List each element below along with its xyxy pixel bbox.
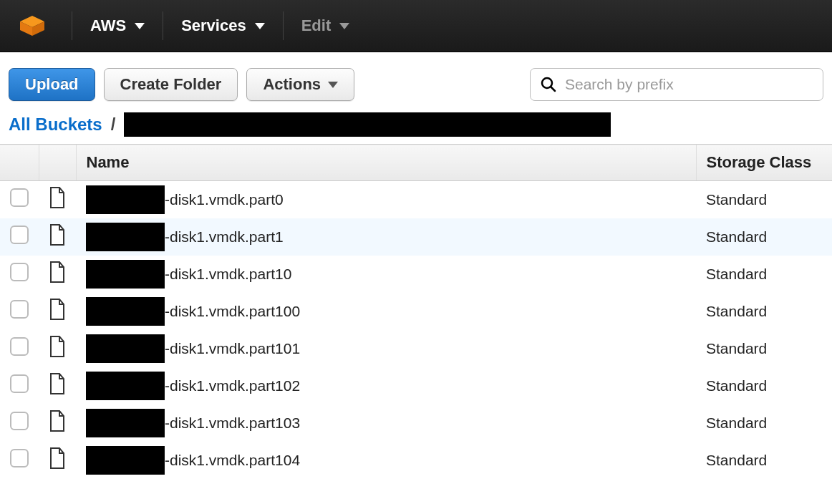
chevron-down-icon — [255, 23, 265, 29]
filename-suffix: -disk1.vmdk.part102 — [165, 377, 300, 394]
filename-suffix: -disk1.vmdk.part104 — [165, 452, 300, 469]
filename-prefix-redacted — [86, 223, 165, 251]
storage-class-cell: Standard — [696, 367, 832, 404]
actions-button[interactable]: Actions — [246, 68, 354, 101]
svg-line-4 — [551, 87, 555, 91]
nav-services-label: Services — [181, 16, 246, 35]
create-folder-button-label: Create Folder — [120, 75, 222, 94]
file-icon — [49, 187, 66, 212]
actions-button-label: Actions — [263, 75, 321, 94]
filename-prefix-redacted — [86, 260, 165, 289]
file-icon — [49, 261, 66, 286]
filename-prefix-redacted — [86, 372, 165, 400]
filename-prefix-redacted — [86, 409, 165, 437]
table-row[interactable]: -disk1.vmdk.part10 Standard — [0, 256, 832, 293]
col-header-storage-class[interactable]: Storage Class — [696, 145, 832, 181]
toolbar: Upload Create Folder Actions — [0, 52, 832, 112]
storage-class-cell: Standard — [696, 181, 832, 218]
row-checkbox[interactable] — [10, 412, 29, 430]
row-checkbox[interactable] — [10, 449, 29, 467]
filename-prefix-redacted — [86, 185, 165, 214]
file-icon — [49, 373, 66, 398]
breadcrumb-bucket-redacted — [124, 112, 611, 137]
filename-suffix: -disk1.vmdk.part1 — [165, 228, 284, 246]
chevron-down-icon — [135, 23, 145, 29]
nav-aws[interactable]: AWS — [72, 11, 163, 40]
table-row[interactable]: -disk1.vmdk.part103 Standard — [0, 404, 832, 442]
search-input[interactable] — [565, 76, 813, 93]
breadcrumb: All Buckets / — [0, 112, 832, 144]
file-icon — [49, 299, 66, 324]
storage-class-cell: Standard — [696, 330, 832, 367]
table-row[interactable]: -disk1.vmdk.part1 Standard — [0, 218, 832, 256]
nav-services[interactable]: Services — [163, 11, 283, 40]
filename-suffix: -disk1.vmdk.part0 — [165, 191, 284, 208]
row-checkbox[interactable] — [10, 226, 29, 244]
storage-class-cell: Standard — [696, 256, 832, 293]
table-row[interactable]: -disk1.vmdk.part102 Standard — [0, 367, 832, 404]
col-header-name[interactable]: Name — [76, 145, 696, 181]
nav-edit[interactable]: Edit — [283, 11, 368, 40]
file-icon — [49, 224, 66, 249]
table-row[interactable]: -disk1.vmdk.part104 Standard — [0, 442, 832, 479]
chevron-down-icon — [328, 82, 338, 88]
chevron-down-icon — [339, 23, 349, 29]
table-row[interactable]: -disk1.vmdk.part100 Standard — [0, 293, 832, 330]
storage-class-cell: Standard — [696, 293, 832, 330]
filename-suffix: -disk1.vmdk.part101 — [165, 340, 300, 357]
upload-button-label: Upload — [25, 75, 79, 94]
filename-suffix: -disk1.vmdk.part10 — [165, 266, 291, 283]
breadcrumb-separator: / — [111, 115, 116, 135]
filename-prefix-redacted — [86, 334, 165, 363]
aws-logo[interactable] — [14, 11, 50, 40]
search-box[interactable] — [530, 68, 823, 101]
file-icon — [49, 410, 66, 435]
nav-edit-label: Edit — [301, 16, 332, 35]
storage-class-cell: Standard — [696, 218, 832, 256]
object-table: Name Storage Class -disk1.vmdk.part0 Sta… — [0, 144, 832, 479]
file-icon — [49, 447, 66, 472]
upload-button[interactable]: Upload — [9, 68, 95, 101]
storage-class-cell: Standard — [696, 442, 832, 479]
row-checkbox[interactable] — [10, 300, 29, 319]
top-navbar: AWS Services Edit — [0, 0, 832, 52]
file-icon — [49, 336, 66, 361]
storage-class-cell: Standard — [696, 404, 832, 442]
nav-aws-label: AWS — [90, 16, 126, 35]
filename-prefix-redacted — [86, 297, 165, 326]
table-row[interactable]: -disk1.vmdk.part101 Standard — [0, 330, 832, 367]
row-checkbox[interactable] — [10, 263, 29, 281]
col-header-select — [0, 145, 39, 181]
col-header-icon — [39, 145, 76, 181]
row-checkbox[interactable] — [10, 337, 29, 356]
search-icon — [541, 77, 556, 92]
filename-prefix-redacted — [86, 446, 165, 475]
row-checkbox[interactable] — [10, 188, 29, 207]
filename-suffix: -disk1.vmdk.part100 — [165, 303, 300, 320]
create-folder-button[interactable]: Create Folder — [104, 68, 238, 101]
breadcrumb-root[interactable]: All Buckets — [9, 115, 102, 135]
row-checkbox[interactable] — [10, 374, 29, 393]
filename-suffix: -disk1.vmdk.part103 — [165, 415, 300, 432]
table-row[interactable]: -disk1.vmdk.part0 Standard — [0, 181, 832, 218]
